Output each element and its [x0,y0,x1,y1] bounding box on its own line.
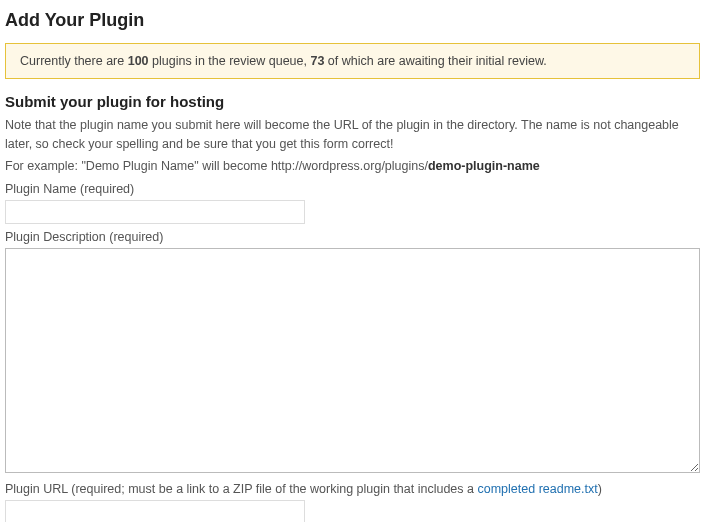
plugin-url-label-prefix: Plugin URL (required; must be a link to … [5,482,477,496]
form-description-1: Note that the plugin name you submit her… [5,116,700,155]
readme-link[interactable]: completed readme.txt [477,482,597,496]
review-queue-notice: Currently there are 100 plugins in the r… [5,43,700,79]
plugin-url-input[interactable] [5,500,305,522]
form-desc2-prefix: For example: "Demo Plugin Name" will bec… [5,159,428,173]
notice-mid: plugins in the review queue, [149,54,311,68]
form-desc2-slug: demo-plugin-name [428,159,540,173]
plugin-description-label: Plugin Description (required) [5,230,700,244]
plugin-description-textarea[interactable] [5,248,700,473]
notice-plugin-count: 100 [128,54,149,68]
plugin-name-input[interactable] [5,200,305,224]
plugin-name-label: Plugin Name (required) [5,182,700,196]
notice-awaiting-count: 73 [310,54,324,68]
plugin-url-label-suffix: ) [598,482,602,496]
notice-suffix: of which are awaiting their initial revi… [324,54,546,68]
notice-prefix: Currently there are [20,54,128,68]
page-title: Add Your Plugin [5,10,700,31]
form-heading: Submit your plugin for hosting [5,93,700,110]
form-description-2: For example: "Demo Plugin Name" will bec… [5,157,700,176]
plugin-url-label: Plugin URL (required; must be a link to … [5,482,700,496]
